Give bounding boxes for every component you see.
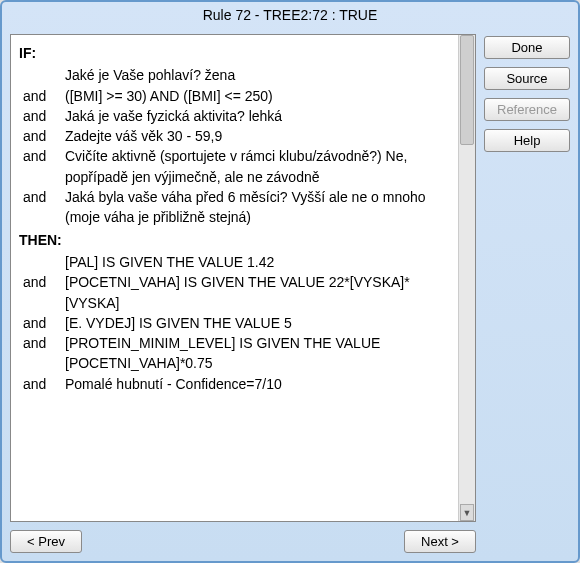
window-title: Rule 72 - TREE2:72 : TRUE bbox=[2, 2, 578, 28]
action-text: [PROTEIN_MINIM_LEVEL] IS GIVEN THE VALUE… bbox=[65, 333, 450, 374]
rule-content: IF: Jaké je Vaše pohlaví? žena and ([BMI… bbox=[11, 35, 458, 521]
condition-text: Cvičíte aktivně (sportujete v rámci klub… bbox=[65, 146, 450, 187]
action-text: [PAL] IS GIVEN THE VALUE 1.42 bbox=[65, 252, 450, 272]
side-buttons: Done Source Reference Help bbox=[484, 34, 570, 553]
left-pane: IF: Jaké je Vaše pohlaví? žena and ([BMI… bbox=[10, 34, 476, 553]
rule-window: Rule 72 - TREE2:72 : TRUE IF: Jaké je Va… bbox=[0, 0, 580, 563]
op-and: and bbox=[19, 146, 65, 187]
window-body: IF: Jaké je Vaše pohlaví? žena and ([BMI… bbox=[2, 28, 578, 561]
op-blank bbox=[19, 65, 65, 85]
op-and: and bbox=[19, 187, 65, 228]
condition-text: Zadejte váš věk 30 - 59,9 bbox=[65, 126, 450, 146]
op-and: and bbox=[19, 86, 65, 106]
condition-text: Jaká byla vaše váha před 6 měsíci? Vyšší… bbox=[65, 187, 450, 228]
action-row: and Pomalé hubnutí - Confidence=7/10 bbox=[19, 374, 450, 394]
action-text: [E. VYDEJ] IS GIVEN THE VALUE 5 bbox=[65, 313, 450, 333]
nav-row: < Prev Next > bbox=[10, 530, 476, 553]
action-row: [PAL] IS GIVEN THE VALUE 1.42 bbox=[19, 252, 450, 272]
help-button[interactable]: Help bbox=[484, 129, 570, 152]
action-row: and [POCETNI_VAHA] IS GIVEN THE VALUE 22… bbox=[19, 272, 450, 313]
condition-row: and Jaká byla vaše váha před 6 měsíci? V… bbox=[19, 187, 450, 228]
action-text: [POCETNI_VAHA] IS GIVEN THE VALUE 22*[VY… bbox=[65, 272, 450, 313]
op-and: and bbox=[19, 374, 65, 394]
rule-content-wrap: IF: Jaké je Vaše pohlaví? žena and ([BMI… bbox=[10, 34, 476, 522]
condition-row: and Zadejte váš věk 30 - 59,9 bbox=[19, 126, 450, 146]
condition-text: Jaké je Vaše pohlaví? žena bbox=[65, 65, 450, 85]
reference-button: Reference bbox=[484, 98, 570, 121]
op-and: and bbox=[19, 126, 65, 146]
condition-row: Jaké je Vaše pohlaví? žena bbox=[19, 65, 450, 85]
next-button[interactable]: Next > bbox=[404, 530, 476, 553]
op-and: and bbox=[19, 313, 65, 333]
action-row: and [E. VYDEJ] IS GIVEN THE VALUE 5 bbox=[19, 313, 450, 333]
source-button[interactable]: Source bbox=[484, 67, 570, 90]
scroll-down-arrow[interactable]: ▼ bbox=[460, 504, 474, 521]
if-header: IF: bbox=[19, 41, 450, 65]
then-header: THEN: bbox=[19, 228, 450, 252]
condition-row: and Cvičíte aktivně (sportujete v rámci … bbox=[19, 146, 450, 187]
action-text: Pomalé hubnutí - Confidence=7/10 bbox=[65, 374, 450, 394]
scroll-thumb[interactable] bbox=[460, 35, 474, 145]
op-and: and bbox=[19, 106, 65, 126]
op-blank bbox=[19, 252, 65, 272]
prev-button[interactable]: < Prev bbox=[10, 530, 82, 553]
action-row: and [PROTEIN_MINIM_LEVEL] IS GIVEN THE V… bbox=[19, 333, 450, 374]
done-button[interactable]: Done bbox=[484, 36, 570, 59]
op-and: and bbox=[19, 272, 65, 313]
condition-row: and ([BMI] >= 30) AND ([BMI] <= 250) bbox=[19, 86, 450, 106]
condition-text: Jaká je vaše fyzická aktivita? lehká bbox=[65, 106, 450, 126]
condition-text: ([BMI] >= 30) AND ([BMI] <= 250) bbox=[65, 86, 450, 106]
condition-row: and Jaká je vaše fyzická aktivita? lehká bbox=[19, 106, 450, 126]
op-and: and bbox=[19, 333, 65, 374]
vertical-scrollbar[interactable]: ▼ bbox=[458, 35, 475, 521]
